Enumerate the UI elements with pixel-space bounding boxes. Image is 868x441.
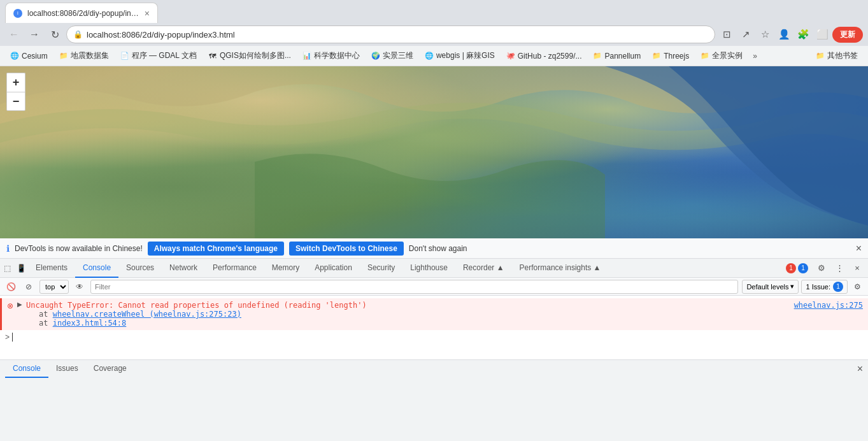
error-stack-2: at index3.html:54:8 bbox=[26, 319, 790, 328]
bottom-tab-issues[interactable]: Issues bbox=[48, 360, 86, 378]
bookmark-webgis[interactable]: 🌐 webgis | 麻辣GIS bbox=[420, 48, 500, 64]
error-stack-1: at wheelnav.createWheel (wheelnav.js:275… bbox=[26, 310, 790, 319]
tab-security[interactable]: Security bbox=[360, 259, 402, 278]
tab-application[interactable]: Application bbox=[307, 259, 360, 278]
bookmark-icon-pannellum: 📁 bbox=[593, 52, 602, 61]
bookmarks-other-label: 其他书签 bbox=[827, 50, 858, 61]
active-tab[interactable]: l localhost:8086/2d/diy-popup/index3.htm… bbox=[5, 3, 158, 23]
close-devtools-icon[interactable]: × bbox=[849, 260, 865, 277]
more-options-icon[interactable]: ⋮ bbox=[831, 260, 848, 277]
main-content: + − ℹ DevTools is now available in Chine… bbox=[0, 66, 868, 359]
bookmark-label-gdal: 程序 — GDAL 文档 bbox=[132, 50, 197, 61]
preserve-log-icon[interactable]: ⊘ bbox=[22, 280, 36, 294]
notification-text: DevTools is now available in Chinese! bbox=[15, 244, 143, 253]
bookmark-gdal[interactable]: 📄 程序 — GDAL 文档 bbox=[115, 48, 202, 64]
chevron-down-icon: ▾ bbox=[790, 282, 794, 291]
devtools-notification: ℹ DevTools is now available in Chinese! … bbox=[0, 238, 868, 259]
devtools-tab-bar: ⬚ 📱 Elements Console Sources Network Per… bbox=[0, 259, 868, 278]
tab-network[interactable]: Network bbox=[162, 259, 205, 278]
address-bar[interactable]: 🔒 localhost:8086/2d/diy-popup/index3.htm… bbox=[66, 25, 715, 43]
devtools-panel: ℹ DevTools is now available in Chinese! … bbox=[0, 238, 868, 359]
title-bar: ← → ↻ 🔒 localhost:8086/2d/diy-popup/inde… bbox=[0, 23, 868, 46]
map-svg-overlay bbox=[0, 66, 868, 238]
bookmark-science[interactable]: 📊 科学数据中心 bbox=[297, 48, 365, 64]
tab-console[interactable]: Console bbox=[75, 259, 118, 278]
bookmark-icon-threejs: 📁 bbox=[652, 52, 661, 61]
bookmark-panorama[interactable]: 📁 全景实例 bbox=[695, 48, 748, 64]
refresh-button[interactable]: ↻ bbox=[46, 25, 64, 43]
bookmarks-bar: 🌐 Cesium 📁 地震数据集 📄 程序 — GDAL 文档 🗺 QGIS如何… bbox=[0, 46, 868, 66]
issues-button[interactable]: 1 Issue: 1 bbox=[801, 280, 848, 294]
dont-show-again-button[interactable]: Don't show again bbox=[409, 244, 467, 253]
bookmark-cesium[interactable]: 🌐 Cesium bbox=[5, 49, 53, 63]
map-area[interactable]: + − bbox=[0, 66, 868, 238]
error-expand-icon[interactable]: ▶ bbox=[17, 301, 22, 308]
tab-lighthouse[interactable]: Lighthouse bbox=[402, 259, 455, 278]
bookmark-icon[interactable]: ☆ bbox=[756, 25, 774, 43]
console-filter-input[interactable] bbox=[90, 280, 738, 294]
console-prompt: > bbox=[5, 333, 10, 342]
bookmark-label-3d: 实景三维 bbox=[383, 50, 413, 61]
bookmark-icon-seismic: 📁 bbox=[59, 52, 68, 61]
bottom-tab-bar: Console Issues Coverage × bbox=[0, 359, 868, 377]
bookmark-label-pannellum: Pannellum bbox=[604, 52, 641, 61]
bookmark-pannellum[interactable]: 📁 Pannellum bbox=[588, 49, 646, 63]
notification-close-button[interactable]: × bbox=[856, 243, 862, 254]
inspect-element-icon[interactable]: ⬚ bbox=[0, 261, 14, 275]
match-language-button[interactable]: Always match Chrome's language bbox=[148, 242, 284, 256]
bookmark-qgis[interactable]: 🗺 QGIS如何绘制多图... bbox=[203, 48, 296, 64]
bookmark-3d[interactable]: 🌍 实景三维 bbox=[366, 48, 418, 64]
error-icon: ⊗ bbox=[7, 301, 13, 310]
zoom-out-button[interactable]: − bbox=[6, 92, 25, 111]
clear-console-icon[interactable]: 🚫 bbox=[4, 280, 18, 294]
console-right-controls: Default levels ▾ 1 Issue: 1 ⚙ bbox=[742, 280, 864, 294]
tab-title: localhost:8086/2d/diy-popup/index3.html bbox=[27, 9, 139, 18]
update-button[interactable]: 更新 bbox=[832, 27, 863, 43]
bottom-tab-console[interactable]: Console bbox=[5, 360, 48, 378]
error-source-link[interactable]: wheelnav.js:275 bbox=[794, 301, 863, 310]
error-stack-link-1[interactable]: wheelnav.createWheel (wheelnav.js:275:23… bbox=[53, 310, 241, 319]
tab-close-btn[interactable]: × bbox=[145, 8, 150, 18]
switch-chinese-button[interactable]: Switch DevTools to Chinese bbox=[289, 242, 404, 256]
context-selector[interactable]: top bbox=[39, 280, 69, 294]
bookmarks-other[interactable]: 📁 其他书签 bbox=[811, 48, 863, 64]
error-stack-link-2[interactable]: index3.html:54:8 bbox=[53, 319, 127, 328]
device-toolbar-icon[interactable]: 📱 bbox=[14, 261, 28, 275]
bottom-tabs-close-button[interactable]: × bbox=[857, 363, 863, 375]
extension-icon[interactable]: 🧩 bbox=[794, 25, 812, 43]
bookmark-icon-panorama: 📁 bbox=[701, 52, 709, 61]
tab-memory[interactable]: Memory bbox=[264, 259, 307, 278]
cast-icon[interactable]: ⊡ bbox=[718, 25, 736, 43]
screenshot-icon[interactable]: ↗ bbox=[737, 25, 755, 43]
bookmark-github[interactable]: 🐙 GitHub - zq2599/... bbox=[501, 49, 587, 63]
tab-performance-insights[interactable]: Performance insights ▲ bbox=[512, 259, 609, 278]
tab-bar: l localhost:8086/2d/diy-popup/index3.htm… bbox=[0, 0, 868, 23]
bottom-tab-coverage[interactable]: Coverage bbox=[86, 360, 134, 378]
bookmark-seismic[interactable]: 📁 地震数据集 bbox=[54, 48, 114, 64]
console-toolbar: 🚫 ⊘ top 👁 Default levels ▾ 1 Issue: 1 bbox=[0, 278, 868, 296]
tab-recorder[interactable]: Recorder ▲ bbox=[455, 259, 512, 278]
forward-button[interactable]: → bbox=[25, 25, 43, 43]
window-icon[interactable]: ⬜ bbox=[813, 25, 831, 43]
back-button[interactable]: ← bbox=[5, 25, 23, 43]
devtools-tab-icons: 1 1 ⚙ ⋮ × bbox=[782, 260, 868, 277]
tab-sources[interactable]: Sources bbox=[118, 259, 162, 278]
tab-elements[interactable]: Elements bbox=[28, 259, 75, 278]
bookmarks-more-label: » bbox=[753, 52, 757, 61]
error-row: ⊗ ▶ Uncaught TypeError: Cannot read prop… bbox=[0, 298, 868, 330]
bookmark-icon-science: 📊 bbox=[302, 52, 311, 61]
default-levels-button[interactable]: Default levels ▾ bbox=[742, 280, 799, 294]
zoom-in-button[interactable]: + bbox=[6, 73, 25, 92]
console-input-row[interactable]: > bbox=[0, 330, 868, 344]
bookmark-threejs[interactable]: 📁 Threejs bbox=[647, 49, 694, 63]
toolbar-icons: ⊡ ↗ ☆ 👤 🧩 ⬜ 更新 bbox=[718, 25, 863, 43]
console-settings-icon[interactable]: ⚙ bbox=[850, 280, 864, 294]
bookmarks-other-icon: 📁 bbox=[816, 52, 825, 61]
eye-icon[interactable]: 👁 bbox=[73, 280, 87, 294]
bookmarks-more-btn[interactable]: » bbox=[749, 49, 761, 63]
tab-performance[interactable]: Performance bbox=[205, 259, 264, 278]
profile-icon[interactable]: 👤 bbox=[775, 25, 793, 43]
bookmark-icon-qgis: 🗺 bbox=[208, 52, 217, 61]
settings-icon[interactable]: ⚙ bbox=[813, 260, 830, 277]
error-count-badge: 1 bbox=[786, 263, 796, 273]
